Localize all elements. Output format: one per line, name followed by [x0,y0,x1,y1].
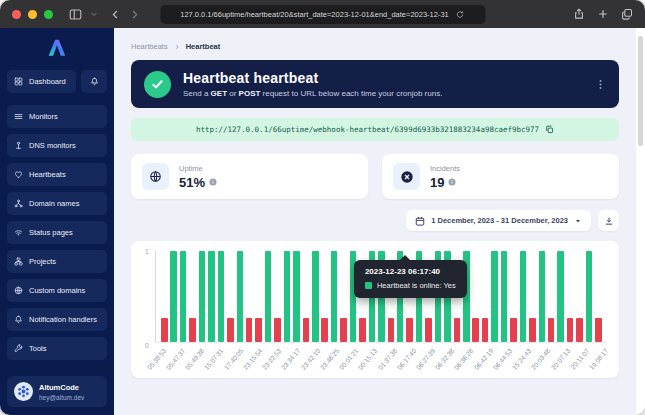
chart-bar-online[interactable] [331,251,338,342]
sidebar-item-custom-domains[interactable]: Custom domains [7,279,107,302]
chart-bar-offline[interactable] [321,318,328,342]
chart-bar-online[interactable] [218,251,225,342]
chart-bar-online[interactable] [170,251,177,342]
sidebar-item-domain-names[interactable]: Domain names [7,192,107,215]
chart-bar-offline[interactable] [567,318,574,342]
sidebar-item-label: Status pages [29,228,73,237]
chart-bar-online[interactable] [237,251,244,342]
sidebar: DashboardMonitorsDNS monitorsHeartbeatsD… [0,28,114,415]
breadcrumb-separator-icon [174,44,180,50]
chart-bar-offline[interactable] [359,318,366,342]
forward-icon[interactable] [129,9,140,20]
reload-icon[interactable] [456,10,465,19]
chart-bar-offline[interactable] [548,318,555,342]
sidebar-nav: DashboardMonitorsDNS monitorsHeartbeatsD… [7,70,107,366]
avatar [14,382,33,401]
monitors-icon [14,112,23,121]
altumcode-logo-icon [46,38,68,61]
x-axis-label: 20:11:07 [569,347,590,371]
chevron-down-icon[interactable] [90,10,98,18]
heart-icon [14,170,23,179]
chart-bar-online[interactable] [539,251,546,342]
sidebar-item-status-pages[interactable]: Status pages [7,221,107,244]
chart-bar-online[interactable] [284,251,291,342]
chart-bar-online[interactable] [501,251,508,342]
chart-card: 1 0 05:38:5305:47:3705:49:3815:07:3117:4… [131,241,619,378]
share-icon[interactable] [573,8,585,20]
chart-bar-offline[interactable] [472,318,479,342]
copy-icon[interactable] [545,125,554,134]
chart-bar-online[interactable] [491,251,498,342]
x-axis-label: 23:46:25 [319,347,341,371]
x-axis-label: 05:38:53 [145,347,167,371]
calendar-icon [415,216,425,226]
chart-bar-offline[interactable] [340,318,347,342]
tab-overview-icon[interactable] [621,8,633,20]
chart-bar-offline[interactable] [482,318,489,342]
chart-bar-offline[interactable] [255,318,262,342]
user-email: hey@altum.dev [39,394,84,401]
sidebar-item-projects[interactable]: Projects [7,250,107,273]
chart-bar-online[interactable] [293,251,300,342]
chart-bar-online[interactable] [312,251,319,342]
chart-bar-offline[interactable] [161,318,168,342]
sidebar-item-notification-handlers[interactable]: Notification handlers [7,308,107,331]
kebab-menu-icon[interactable] [595,79,606,90]
info-icon[interactable] [448,178,456,186]
chart-bar-online[interactable] [586,251,593,342]
date-range-picker[interactable]: 1 December, 2023 - 31 December, 2023 [406,210,591,231]
sidebar-item-heartbeats[interactable]: Heartbeats [7,163,107,186]
sidebar-toggle-icon[interactable] [69,8,82,21]
chart-bar-offline[interactable] [406,318,413,342]
chart-bar-offline[interactable] [529,318,536,342]
chart-bar-offline[interactable] [303,318,310,342]
sidebar-item-label: Dashboard [29,77,66,86]
browser-window: 127.0.0.1/66uptime/heartbeat/20&start_da… [0,0,645,415]
sidebar-item-dns-monitors[interactable]: DNS monitors [7,134,107,157]
notifications-bell-button[interactable] [81,70,107,93]
download-chart-button[interactable] [598,210,619,231]
new-tab-icon[interactable] [597,8,609,20]
chart-bar-offline[interactable] [595,318,602,342]
chart-bar-online[interactable] [199,251,206,342]
sidebar-item-label: Monitors [29,112,58,121]
chart-bar-offline[interactable] [246,318,253,342]
x-axis-label: 17:40:05 [222,347,244,371]
chart-bar-offline[interactable] [510,318,517,342]
address-bar[interactable]: 127.0.0.1/66uptime/heartbeat/20&start_da… [160,5,485,24]
wrench-icon [14,344,23,353]
close-window-button[interactable] [12,10,21,19]
chart-bar-offline[interactable] [454,318,461,342]
x-axis-label: 06:27:39 [415,347,437,371]
sidebar-item-dashboard[interactable]: Dashboard [7,70,76,93]
chart-bar-offline[interactable] [576,318,583,342]
info-icon[interactable] [209,178,217,186]
sidebar-user-card[interactable]: AltumCode hey@altum.dev [7,376,107,407]
zoom-window-button[interactable] [44,10,53,19]
minimize-window-button[interactable] [28,10,37,19]
chart-bar-offline[interactable] [388,318,395,342]
chart-bar-online[interactable] [208,251,215,342]
chart-bar-online[interactable] [180,251,187,342]
chart-bar-offline[interactable] [227,318,234,342]
webhook-url: http://127.0.0.1/66uptime/webhook-heartb… [196,125,539,134]
breadcrumb-parent[interactable]: Heartbeats [131,42,168,51]
chart-bar-online[interactable] [520,251,527,342]
sidebar-item-monitors[interactable]: Monitors [7,105,107,128]
x-axis-label: 15:24:43 [511,347,533,371]
webhook-url-bar: http://127.0.0.1/66uptime/webhook-heartb… [131,118,619,141]
back-icon[interactable] [110,9,121,20]
bell-icon [90,77,99,86]
x-axis-label: 23:34:17 [280,347,302,371]
sidebar-item-tools[interactable]: Tools [7,337,107,360]
scrollbar[interactable] [636,28,645,415]
chart-bar-offline[interactable] [189,318,196,342]
chart-bar-online[interactable] [265,251,272,342]
chart-bar-offline[interactable] [425,318,432,342]
chart-bar-offline[interactable] [274,318,281,342]
caret-down-icon [574,217,582,225]
x-axis-label: 06:17:40 [395,347,417,371]
stats-row: Uptime 51% Incidents 19 [131,154,619,199]
chart-bar-online[interactable] [557,251,564,342]
scrollbar-thumb[interactable] [638,36,643,146]
